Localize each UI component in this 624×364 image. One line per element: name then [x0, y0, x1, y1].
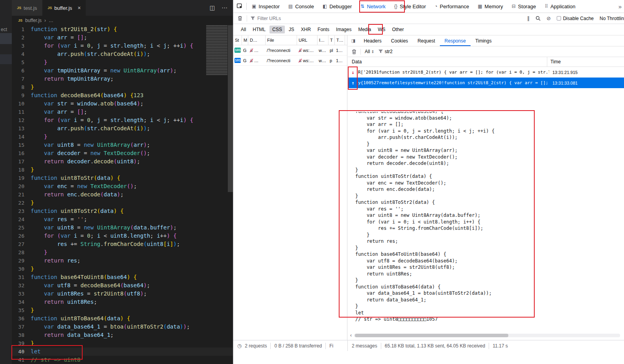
code-line-12[interactable]: 12 for (var i = 0, j = str.length; i < j… [12, 116, 233, 124]
request-column-header[interactable]: M [242, 35, 248, 45]
breadcrumb-more[interactable]: … [49, 18, 54, 23]
code-line-25[interactable]: 25 var uint8 = new Uint8Array(data.buffe… [12, 224, 233, 232]
filter-urls-input[interactable] [257, 16, 375, 21]
code-line-11[interactable]: 11 var arr = []; [12, 108, 233, 116]
code-area[interactable]: 1function str2Uit8_2(str) {2 var arr = [… [12, 25, 233, 364]
code-line-26[interactable]: 26 for (var i = 0; i < uint8.length; i++… [12, 232, 233, 240]
time-column-header[interactable]: Time [547, 57, 624, 67]
code-line-41[interactable]: 41// str => uint8 [12, 356, 233, 364]
type-filter-xhr[interactable]: XHR [298, 26, 314, 33]
code-line-19[interactable]: 19function uint8ToStr(data) { [12, 174, 233, 182]
type-filter-html[interactable]: HTML [250, 26, 268, 33]
devtools-tab-application[interactable]: ⠿Application [540, 0, 580, 13]
code-line-39[interactable]: 39} [12, 339, 233, 347]
pause-recording-icon[interactable]: ∥ [527, 15, 530, 21]
detail-tab-headers[interactable]: Headers [359, 35, 386, 46]
code-line-16[interactable]: 16 var decoder = new TextDecoder(); [12, 149, 233, 157]
devtools-tab-network[interactable]: ⇅Network [356, 0, 390, 13]
request-column-header[interactable]: St [233, 35, 242, 45]
performance-analysis-icon[interactable]: ◷ [233, 343, 245, 349]
request-column-header[interactable]: D… [248, 35, 266, 45]
code-line-3[interactable]: 3 for (var i = 0, j = str.length; i < j;… [12, 42, 233, 50]
code-line-33[interactable]: 33 var uint8Res = str2Uint8(utf8); [12, 290, 233, 298]
type-filter-other[interactable]: Other [389, 26, 406, 33]
code-line-38[interactable]: 38 return data_base64_1; [12, 331, 233, 339]
more-tools-icon[interactable]: » [616, 3, 624, 10]
code-line-40[interactable]: 40let [12, 347, 233, 356]
preview-horizontal-scrollbar[interactable]: ‹ [348, 333, 620, 338]
code-line-17[interactable]: 17 return decoder.decode(uint8); [12, 157, 233, 166]
type-filter-media[interactable]: Media [355, 26, 374, 33]
breadcrumb-file[interactable]: buffer.js [25, 18, 42, 23]
type-filter-js[interactable]: JS [286, 26, 297, 33]
devtools-tab-storage[interactable]: ⊟Storage [508, 0, 541, 13]
code-line-4[interactable]: 4 arr.push(str.charCodeAt(i)); [12, 50, 233, 58]
code-line-28[interactable]: 28 } [12, 248, 233, 257]
code-line-10[interactable]: 10 var str = window.atob(base64); [12, 100, 233, 108]
request-row[interactable]: 101G…/?reconnectiws:…w…p1… [233, 55, 347, 66]
message-type-dropdown[interactable]: All ⇕ [365, 49, 375, 54]
disable-cache-checkbox[interactable]: Disable Cache [557, 16, 594, 21]
code-line-18[interactable]: 18} [12, 166, 233, 174]
message-row[interactable]: ↓R['20191function str2Uit8_2(str) { var … [348, 67, 624, 78]
devtools-tab-console[interactable]: ▤Console [284, 0, 318, 13]
code-line-35[interactable]: 35} [12, 306, 233, 314]
clear-messages-button[interactable] [352, 49, 356, 54]
code-line-7[interactable]: 7 return tmpUnit8Array; [12, 75, 233, 83]
clear-requests-button[interactable] [233, 16, 247, 21]
explorer-strip[interactable]: ect [0, 0, 12, 364]
scrollbar-thumb[interactable] [355, 334, 508, 337]
type-filter-fonts[interactable]: Fonts [315, 26, 332, 33]
devtools-tab-memory[interactable]: ▦Memory [473, 0, 507, 13]
devtools-tab-style-editor[interactable]: {}Style Editor [390, 0, 430, 13]
code-line-20[interactable]: 20 var enc = new TextDecoder(); [12, 182, 233, 190]
breadcrumb[interactable]: JS buffer.js › … [12, 16, 233, 25]
close-tab-icon[interactable]: × [78, 5, 81, 11]
code-line-21[interactable]: 21 return enc.decode(data); [12, 190, 233, 199]
type-filter-css[interactable]: CSS [270, 26, 285, 33]
minimap[interactable] [206, 25, 227, 76]
checkbox-icon[interactable] [557, 16, 561, 20]
block-requests-icon[interactable]: ⊘ [546, 15, 551, 21]
request-column-header[interactable]: URL [297, 35, 318, 45]
request-row[interactable]: 101G…/?reconnectiws:…w…pl1… [233, 45, 347, 55]
code-line-22[interactable]: 22} [12, 199, 233, 207]
scroll-left-icon[interactable]: ‹ [348, 333, 354, 338]
tab-testjs[interactable]: JS test.js [12, 0, 42, 16]
code-line-8[interactable]: 8} [12, 83, 233, 91]
tab-bufferjs[interactable]: JS buffer.js × [42, 0, 87, 16]
throttling-dropdown[interactable]: No Throttlin [600, 16, 624, 21]
code-line-23[interactable]: 23function uint8ToStr2(data) { [12, 207, 233, 215]
code-line-1[interactable]: 1function str2Uit8_2(str) { [12, 25, 233, 33]
split-editor-icon[interactable]: ◫ [210, 4, 215, 11]
message-row[interactable]: ↑y{100527remotefilesystemwrite220!functi… [348, 78, 624, 88]
type-filter-images[interactable]: Images [333, 26, 354, 33]
devtools-tab-inspector[interactable]: ▣Inspector [247, 0, 284, 13]
detail-tab-response[interactable]: Response [440, 35, 471, 46]
code-line-15[interactable]: 15 var uint8 = new Uint8Array(arr); [12, 141, 233, 149]
code-line-9[interactable]: 9function decodeBase64(base64) {123 [12, 91, 233, 100]
code-line-14[interactable]: 14 } [12, 133, 233, 141]
request-column-header[interactable]: I… [318, 35, 329, 45]
code-line-32[interactable]: 32 var utf8 = decodeBase64(base64); [12, 281, 233, 290]
detail-tab-request[interactable]: Request [413, 35, 440, 46]
code-line-36[interactable]: 36function uint8ToBase64(data) { [12, 314, 233, 323]
response-preview[interactable]: function decodeBase64(base64) { var str … [348, 112, 624, 332]
devtools-tab-performance[interactable]: ◔Performance [430, 0, 474, 13]
type-filter-all[interactable]: All [238, 26, 249, 33]
code-line-30[interactable]: 30} [12, 265, 233, 273]
code-line-24[interactable]: 24 var res = ''; [12, 215, 233, 224]
editor-scrollbar[interactable] [228, 25, 233, 192]
code-line-27[interactable]: 27 res += String.fromCharCode(uint8[i]); [12, 240, 233, 248]
more-actions-icon[interactable]: ⋯ [222, 4, 227, 11]
filter-messages-input[interactable] [385, 49, 412, 54]
explorer-item[interactable] [0, 54, 12, 64]
pick-element-button[interactable] [233, 4, 246, 9]
detail-tab-timings[interactable]: Timings [471, 35, 497, 46]
pane-toggle-icon[interactable]: ◨ [348, 38, 359, 43]
request-column-header[interactable]: File [266, 35, 297, 45]
code-line-31[interactable]: 31function base64ToUint8(base64) { [12, 273, 233, 281]
code-line-6[interactable]: 6 var tmpUnit8Array = new Uint8Array(arr… [12, 67, 233, 75]
code-line-13[interactable]: 13 arr.push(str.charCodeAt(i)); [12, 124, 233, 133]
data-column-header[interactable]: Data [348, 57, 547, 67]
